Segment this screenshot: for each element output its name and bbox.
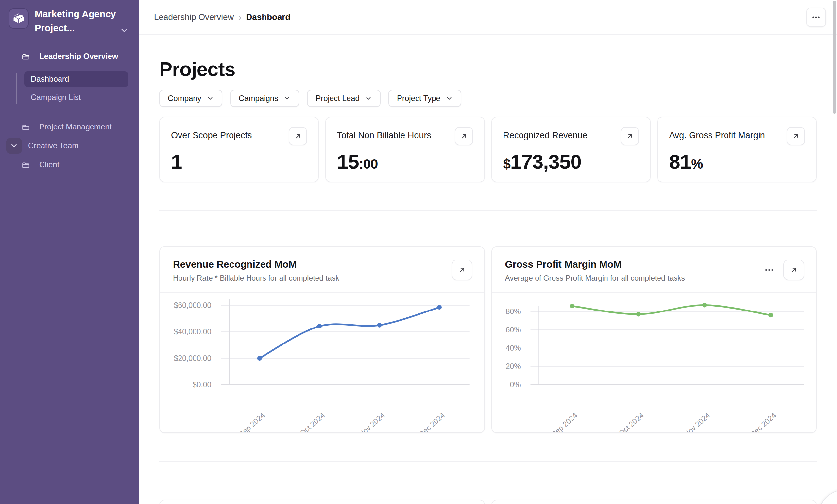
arrow-up-right-icon [458, 266, 466, 274]
page-content: Projects Company Campaigns Project Lead … [139, 35, 837, 504]
filter-company[interactable]: Company [159, 90, 222, 107]
chevron-down-icon [446, 95, 453, 102]
section-divider [159, 210, 817, 211]
kpi-card-total-non-billable-hours: Total Non Billable Hours 15:00 [325, 117, 485, 182]
chart-subtitle: Hourly Rate * Billable Hours for all com… [173, 274, 339, 283]
charts-row: Revenue Recognized MoM Hourly Rate * Bil… [159, 247, 817, 433]
workspace-logo [8, 8, 29, 29]
svg-text:$20,000.00: $20,000.00 [174, 354, 212, 362]
ellipsis-icon [811, 13, 821, 22]
chevron-right-icon: › [238, 12, 241, 22]
chart-title: Revenue Recognized MoM [173, 259, 339, 270]
kpi-row: Over Scope Projects 1 Total Non Billable… [159, 117, 817, 182]
breadcrumb-parent[interactable]: Leadership Overview [154, 12, 234, 22]
filter-campaigns[interactable]: Campaigns [230, 90, 299, 107]
svg-text:60%: 60% [505, 326, 520, 334]
chevron-down-icon [283, 95, 291, 102]
filter-label: Company [168, 94, 201, 103]
svg-text:Nov 2024: Nov 2024 [357, 411, 387, 433]
kpi-card-avg-gross-profit-margin: Avg. Gross Profit Margin 81% [657, 117, 817, 182]
sidebar-item-creative-team[interactable]: Creative Team [0, 139, 139, 153]
sidebar-item-client[interactable]: Client [0, 158, 139, 172]
expand-button[interactable] [787, 127, 805, 145]
breadcrumb-current: Dashboard [246, 12, 291, 22]
sidebar-item-label: Leadership Overview [39, 52, 118, 61]
chart-subtitle: Average of Gross Profit Margin for all c… [505, 274, 685, 283]
arrow-up-right-icon [792, 132, 800, 140]
arrow-up-right-icon [626, 132, 634, 140]
kpi-label: Avg. Gross Profit Margin [669, 130, 765, 141]
svg-text:40%: 40% [505, 344, 520, 352]
chart-card-revenue-recognized: Revenue Recognized MoM Hourly Rate * Bil… [159, 247, 485, 433]
kpi-card-over-scope-projects: Over Scope Projects 1 [159, 117, 319, 182]
kpi-value: $173,350 [503, 150, 639, 173]
sidebar-nav: Leadership Overview Dashboard Campaign L… [0, 49, 139, 172]
arrow-up-right-icon [294, 132, 302, 140]
ellipsis-icon[interactable] [764, 265, 775, 275]
partial-card [492, 500, 817, 504]
sidebar-item-leadership-overview[interactable]: Leadership Overview [0, 49, 139, 64]
next-section-row [159, 500, 817, 504]
sidebar-item-label: Campaign List [31, 93, 81, 102]
svg-text:Nov 2024: Nov 2024 [682, 411, 711, 433]
sidebar-item-label: Creative Team [28, 141, 78, 150]
kpi-label: Recognized Revenue [503, 130, 588, 141]
filter-bar: Company Campaigns Project Lead Project T… [159, 90, 817, 107]
kpi-value: 1 [171, 150, 307, 173]
expand-button[interactable] [289, 127, 307, 145]
folder-icon [22, 123, 30, 131]
more-options-button[interactable] [806, 7, 826, 27]
expand-button[interactable] [621, 127, 639, 145]
kpi-label: Total Non Billable Hours [337, 130, 431, 141]
chevron-down-icon [365, 95, 372, 102]
svg-text:Sep 2024: Sep 2024 [237, 411, 266, 433]
line-chart-gross-profit-margin: 80%60%40%20%0%Sep 2024Oct 2024Nov 2024De… [492, 293, 816, 433]
sidebar-children: Dashboard Campaign List [0, 71, 139, 105]
topbar: Leadership Overview › Dashboard [139, 0, 837, 35]
kpi-value: 81% [669, 150, 805, 173]
filter-project-type[interactable]: Project Type [388, 90, 461, 107]
sidebar-item-label: Project Management [39, 122, 111, 131]
filter-project-lead[interactable]: Project Lead [307, 90, 380, 107]
svg-text:Oct 2024: Oct 2024 [617, 411, 645, 433]
gpm-line-chart-svg: 80%60%40%20%0%Sep 2024Oct 2024Nov 2024De… [492, 293, 816, 433]
svg-text:$40,000.00: $40,000.00 [174, 327, 212, 336]
partial-card [159, 500, 485, 504]
sidebar-item-campaign-list[interactable]: Campaign List [24, 90, 128, 105]
revenue-line-chart-svg: $60,000.00$40,000.00$20,000.00$0.00Sep 2… [160, 293, 484, 433]
chart-card-gross-profit-margin: Gross Profit Margin MoM Average of Gross… [492, 247, 817, 433]
sidebar-item-dashboard[interactable]: Dashboard [24, 71, 128, 87]
sidebar-item-label: Dashboard [31, 74, 69, 84]
cube-icon [13, 13, 25, 25]
svg-text:$60,000.00: $60,000.00 [174, 301, 212, 309]
line-chart-revenue: $60,000.00$40,000.00$20,000.00$0.00Sep 2… [160, 293, 484, 433]
kpi-value: 15:00 [337, 150, 473, 173]
arrow-up-right-icon [460, 132, 468, 140]
svg-text:80%: 80% [505, 307, 520, 316]
section-divider [159, 461, 817, 462]
expand-button[interactable] [451, 259, 473, 281]
chevron-down-icon [119, 25, 129, 35]
workspace-name: Marketing Agency Project... [35, 7, 126, 35]
workspace-switcher[interactable]: Marketing Agency Project... [0, 0, 139, 35]
chevron-down-icon [207, 95, 214, 102]
collapse-toggle[interactable] [6, 138, 22, 154]
kpi-label: Over Scope Projects [171, 130, 252, 141]
folder-icon [22, 52, 30, 61]
expand-button[interactable] [455, 127, 473, 145]
expand-button[interactable] [783, 259, 804, 281]
folder-icon [22, 161, 30, 169]
page-title: Projects [159, 58, 817, 80]
sidebar: Marketing Agency Project... Leadership O… [0, 0, 139, 504]
app-root: Marketing Agency Project... Leadership O… [0, 0, 837, 504]
svg-text:Sep 2024: Sep 2024 [549, 411, 579, 433]
kpi-card-recognized-revenue: Recognized Revenue $173,350 [492, 117, 651, 182]
scrollbar-thumb[interactable] [833, 1, 836, 114]
svg-text:$0.00: $0.00 [193, 380, 211, 389]
filter-label: Campaigns [239, 94, 278, 103]
filter-label: Project Lead [316, 94, 360, 103]
svg-text:20%: 20% [505, 362, 520, 371]
filter-label: Project Type [397, 94, 440, 103]
breadcrumb: Leadership Overview › Dashboard [154, 12, 290, 22]
sidebar-item-project-management[interactable]: Project Management [0, 120, 139, 134]
